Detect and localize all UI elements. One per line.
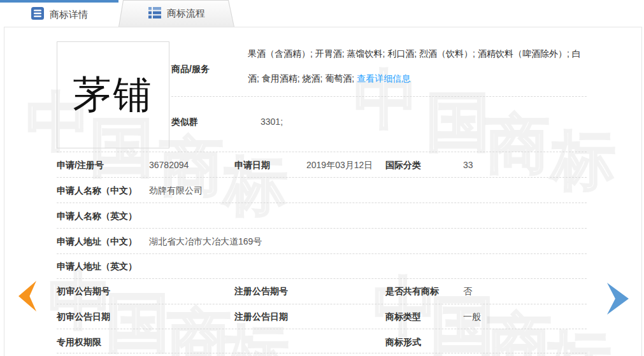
- trademark-detail-panel: 中 国 商 标 中 国 商 标 中 国 商 标 中 国 商 标 茅铺 商品/服务…: [4, 27, 642, 356]
- field-label: 注册公告日期: [234, 311, 288, 323]
- field-label: 申请人名称（英文）: [57, 211, 137, 222]
- field-label: 国际分类: [385, 160, 421, 171]
- chevron-right-icon: [607, 283, 629, 315]
- similar-group-value: 3301;: [261, 117, 283, 127]
- field-value: 否: [463, 286, 472, 297]
- goods-services-label: 商品/服务: [171, 64, 210, 75]
- field-row: 申请/注册号 36782094 申请日期 2019年03月12日 国际分类 33: [4, 160, 641, 173]
- tab-detail-label: 商标详情: [50, 9, 88, 21]
- field-label: 商标类型: [385, 311, 421, 323]
- field-label: 初审公告日期: [57, 311, 110, 323]
- divider: [57, 152, 587, 152]
- field-value: 36782094: [149, 160, 189, 170]
- divider: [57, 304, 587, 304]
- field-label: 申请/注册号: [57, 160, 104, 171]
- divider: [57, 203, 587, 203]
- divider: [57, 278, 587, 279]
- field-row: 申请人地址（中文） 湖北省大冶市大冶大道169号: [4, 236, 641, 249]
- field-row: 专用权期限 商标形式: [4, 337, 641, 350]
- field-label: 专用权期限: [57, 337, 101, 348]
- field-label: 申请人地址（中文）: [57, 236, 137, 248]
- field-row: 申请人地址（英文）: [4, 261, 641, 274]
- trademark-image-text: 茅铺: [73, 69, 154, 121]
- tab-flow-label: 商标流程: [167, 8, 205, 20]
- field-label: 申请人地址（英文）: [57, 261, 137, 273]
- field-row: 初审公告期号 注册公告期号 是否共有商标 否: [4, 286, 641, 299]
- divider: [57, 228, 587, 229]
- field-label: 注册公告期号: [234, 286, 288, 297]
- view-details-link[interactable]: 查看详细信息: [357, 73, 410, 83]
- chevron-left-icon: [18, 281, 36, 311]
- flow-list-icon: [148, 6, 162, 22]
- divider: [57, 253, 587, 254]
- field-row: 申请人名称（中文） 劲牌有限公司: [4, 185, 641, 198]
- field-value: 湖北省大冶市大冶大道169号: [149, 236, 262, 248]
- next-arrow-button[interactable]: [607, 283, 629, 315]
- divider: [57, 353, 587, 353]
- similar-group-label: 类似群: [171, 117, 198, 128]
- field-label: 初审公告期号: [57, 286, 110, 297]
- tab-bar: 商标详情 商标流程: [0, 0, 644, 27]
- goods-services-value: 果酒（含酒精）; 开胃酒; 蒸馏饮料; 利口酒; 烈酒（饮料）; 酒精饮料（啤酒…: [248, 41, 589, 91]
- detail-list-icon: [31, 6, 45, 23]
- trademark-image: 茅铺: [57, 41, 169, 148]
- field-row: 初审公告日期 注册公告日期 商标类型 一般: [4, 311, 641, 324]
- trademark-detail-page: 商标详情 商标流程 中 国: [0, 0, 644, 356]
- field-label: 申请日期: [234, 160, 270, 171]
- field-value: 一般: [463, 311, 481, 323]
- tab-trademark-detail[interactable]: 商标详情: [0, 0, 118, 27]
- divider: [171, 96, 587, 97]
- field-label: 是否共有商标: [385, 286, 439, 297]
- divider: [57, 329, 587, 329]
- divider: [57, 177, 587, 178]
- field-label: 申请人名称（中文）: [57, 185, 137, 197]
- goods-services-text: 果酒（含酒精）; 开胃酒; 蒸馏饮料; 利口酒; 烈酒（饮料）; 酒精饮料（啤酒…: [248, 48, 581, 83]
- tab-trademark-flow[interactable]: 商标流程: [118, 0, 234, 27]
- watermark-char: 国: [426, 90, 490, 153]
- field-value: 2019年03月12日: [306, 160, 373, 171]
- prev-arrow-button[interactable]: [18, 281, 36, 311]
- field-value: 33: [463, 160, 473, 170]
- field-label: 商标形式: [385, 337, 421, 348]
- field-value: 劲牌有限公司: [149, 185, 203, 197]
- field-row: 申请人名称（英文）: [4, 211, 641, 224]
